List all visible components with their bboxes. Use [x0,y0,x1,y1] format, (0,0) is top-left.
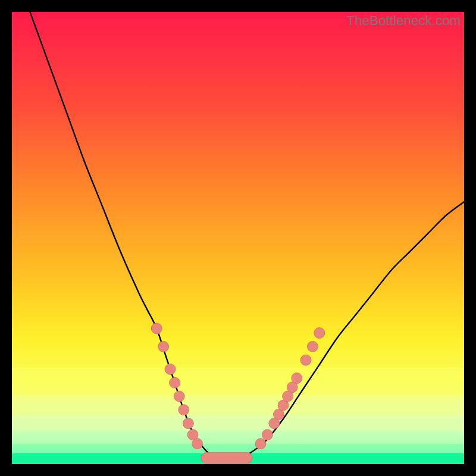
data-marker [314,328,325,339]
svg-rect-3 [12,415,464,431]
data-marker [170,377,180,388]
data-marker [192,439,203,449]
watermark-text: TheBottleneck.com [346,13,461,29]
svg-rect-4 [12,431,464,444]
chart-frame: TheBottleneck.com [12,12,464,464]
data-marker [183,418,193,429]
data-marker [174,391,184,402]
lower-bands [12,368,464,453]
data-marker [300,355,311,365]
data-marker [158,341,169,352]
data-marker [165,364,176,374]
data-marker [255,439,266,449]
bottleneck-chart [12,12,464,464]
data-marker [262,430,273,440]
svg-rect-1 [12,368,464,395]
data-marker [307,341,318,352]
data-marker-pill [201,453,252,464]
svg-rect-2 [12,395,464,415]
svg-rect-5 [12,444,464,453]
data-marker [151,323,162,334]
data-marker [178,405,189,415]
data-marker [292,373,302,384]
